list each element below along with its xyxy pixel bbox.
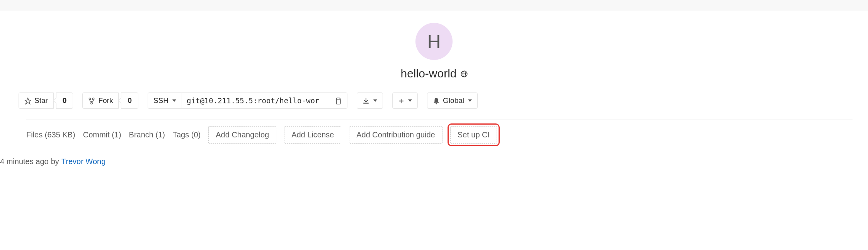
download-button[interactable] bbox=[357, 92, 383, 109]
star-group: Star 0 bbox=[19, 92, 73, 109]
setup-ci-button[interactable]: Set up CI bbox=[450, 126, 497, 144]
stats-row: Files (635 KB) Commit (1) Branch (1) Tag… bbox=[26, 120, 853, 150]
protocol-dropdown[interactable]: SSH bbox=[148, 92, 182, 109]
protocol-label: SSH bbox=[153, 96, 168, 105]
plus-icon bbox=[398, 96, 404, 105]
download-icon bbox=[363, 96, 369, 105]
project-title-row: hello-world bbox=[400, 67, 467, 80]
copy-icon bbox=[335, 96, 342, 105]
tags-stat[interactable]: Tags (0) bbox=[173, 130, 201, 139]
fork-count[interactable]: 0 bbox=[121, 92, 138, 109]
add-group bbox=[392, 92, 418, 109]
star-icon bbox=[24, 96, 31, 105]
add-button[interactable] bbox=[392, 92, 418, 109]
caret-down-icon bbox=[468, 99, 472, 102]
by-text: by bbox=[51, 157, 59, 166]
fork-label: Fork bbox=[98, 96, 113, 105]
caret-down-icon bbox=[172, 99, 176, 102]
fork-button[interactable]: Fork bbox=[82, 92, 119, 109]
branches-stat[interactable]: Branch (1) bbox=[129, 130, 165, 139]
download-group bbox=[357, 92, 383, 109]
commits-stat[interactable]: Commit (1) bbox=[83, 130, 121, 139]
last-commit-row: 4 minutes ago by Trevor Wong bbox=[0, 150, 853, 169]
notification-button[interactable]: Global bbox=[427, 92, 478, 109]
caret-down-icon bbox=[373, 99, 377, 102]
add-changelog-button[interactable]: Add Changelog bbox=[208, 126, 276, 144]
clone-url-input[interactable] bbox=[182, 92, 329, 109]
svg-point-6 bbox=[91, 102, 93, 104]
notification-group: Global bbox=[427, 92, 478, 109]
svg-point-11 bbox=[436, 103, 437, 104]
project-avatar: H bbox=[415, 23, 453, 60]
files-stat[interactable]: Files (635 KB) bbox=[26, 130, 75, 139]
main-container: H hello-world Star 0 bbox=[0, 11, 868, 169]
copy-url-button[interactable] bbox=[329, 92, 347, 109]
commit-author[interactable]: Trevor Wong bbox=[61, 157, 106, 166]
commit-time: 4 minutes ago bbox=[0, 157, 49, 166]
actions-row: Star 0 Fork 0 SSH bbox=[19, 87, 853, 120]
svg-rect-8 bbox=[363, 103, 369, 103]
svg-rect-7 bbox=[337, 99, 340, 104]
fork-icon bbox=[88, 96, 95, 105]
svg-marker-3 bbox=[25, 98, 31, 104]
avatar-letter: H bbox=[427, 31, 441, 52]
top-strip bbox=[0, 0, 868, 11]
svg-point-4 bbox=[89, 98, 91, 100]
star-count[interactable]: 0 bbox=[56, 92, 73, 109]
svg-point-5 bbox=[93, 98, 95, 100]
clone-group: SSH bbox=[148, 92, 347, 109]
globe-icon bbox=[461, 70, 468, 78]
bell-icon bbox=[433, 96, 440, 105]
project-header: H hello-world bbox=[15, 11, 853, 87]
add-contribution-guide-button[interactable]: Add Contribution guide bbox=[349, 126, 442, 144]
star-button[interactable]: Star bbox=[19, 92, 54, 109]
fork-group: Fork 0 bbox=[82, 92, 138, 109]
project-title: hello-world bbox=[400, 67, 456, 80]
caret-down-icon bbox=[408, 99, 412, 102]
add-license-button[interactable]: Add License bbox=[284, 126, 341, 144]
notification-label: Global bbox=[443, 96, 464, 105]
star-label: Star bbox=[34, 96, 48, 105]
